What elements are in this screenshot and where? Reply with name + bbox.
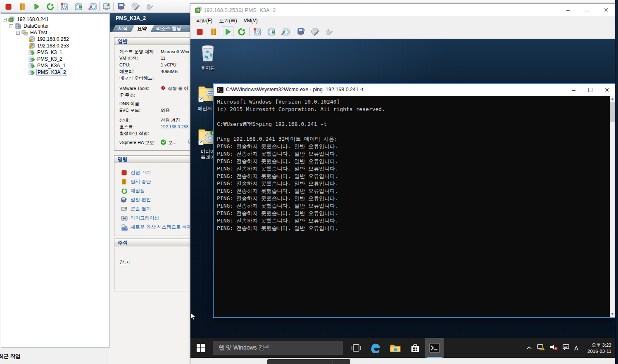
taskbar-search-box[interactable]: 웹 및 Windows 검색 bbox=[213, 341, 343, 355]
menu-vm[interactable]: VM(V) bbox=[240, 18, 261, 24]
edit-settings-button[interactable] bbox=[116, 1, 127, 12]
reset-button[interactable] bbox=[236, 26, 247, 37]
host-link[interactable]: 192.168.0.253 bbox=[161, 124, 188, 129]
vm-powered-on-icon bbox=[29, 56, 35, 62]
snapshot-revert-button[interactable] bbox=[73, 1, 84, 12]
action-center-icon[interactable] bbox=[562, 344, 570, 352]
snapshot-revert-button[interactable] bbox=[266, 26, 277, 37]
general-row: VM 버전:11 bbox=[119, 55, 165, 61]
cd-drive-button[interactable] bbox=[130, 1, 141, 12]
tree-item-label[interactable]: 192.168.0.252 bbox=[36, 36, 70, 42]
desktop-icon-recycle-bin[interactable]: 휴지통 bbox=[193, 43, 223, 71]
menu-view[interactable]: 보기(W) bbox=[216, 17, 240, 24]
stop-button[interactable] bbox=[194, 26, 205, 37]
command-reset[interactable]: 재설정 bbox=[121, 187, 145, 194]
cmd-minimize-button[interactable]: – bbox=[566, 84, 582, 96]
system-tray: A bbox=[526, 338, 578, 358]
pause-button[interactable] bbox=[17, 1, 28, 12]
tree-item-vm-pms-k3a-2[interactable]: PMS_K3A_2 bbox=[29, 69, 67, 76]
command-edit-settings[interactable]: 설정 편집 bbox=[121, 196, 151, 203]
cmd-window[interactable]: C:₩Windows₩system32₩cmd.exe - ping 192.1… bbox=[213, 83, 615, 318]
tree-item-host-252[interactable]: 192.168.0.252 bbox=[29, 36, 70, 43]
reset-button[interactable] bbox=[45, 1, 56, 12]
task-view-icon bbox=[351, 343, 361, 352]
snapshot-take-button[interactable] bbox=[252, 26, 263, 37]
console-close-button[interactable]: ✕ bbox=[597, 4, 615, 16]
cd-drive-button[interactable] bbox=[309, 26, 321, 37]
tree-item-vm-pms-k3-1[interactable]: PMS_K3_1 bbox=[29, 49, 63, 56]
edit-settings-button[interactable] bbox=[295, 26, 307, 37]
cmd-titlebar[interactable]: C:₩Windows₩system32₩cmd.exe - ping 192.1… bbox=[214, 84, 615, 96]
usb-device-button[interactable] bbox=[323, 26, 335, 37]
file-explorer-button[interactable] bbox=[385, 338, 405, 358]
menu-file[interactable]: 파일(F) bbox=[193, 17, 216, 24]
host-warning-icon bbox=[29, 43, 35, 49]
cmd-line: (c) 2015 Microsoft Corporation. All righ… bbox=[217, 106, 610, 113]
command-open-console[interactable]: 콘솔 열기 bbox=[121, 205, 151, 213]
toolbar-separator bbox=[249, 27, 250, 36]
cmd-taskbar-button[interactable] bbox=[425, 338, 444, 358]
tree-item-label[interactable]: PMS_K3_2 bbox=[36, 56, 63, 62]
play-button[interactable] bbox=[31, 1, 42, 12]
cmd-maximize-button[interactable]: ☐ bbox=[582, 84, 599, 96]
tree-item-label[interactable]: PMS_K3_1 bbox=[36, 50, 63, 55]
collapse-icon[interactable]: − bbox=[16, 31, 20, 35]
tree-item-label-selected[interactable]: PMS_K3A_2 bbox=[36, 69, 67, 76]
collapse-icon[interactable]: − bbox=[10, 24, 13, 28]
tab-resource-allocation[interactable]: 리소스 할당 bbox=[150, 25, 193, 32]
usb-device-button[interactable] bbox=[144, 1, 155, 12]
tree-item-label[interactable]: 192.168.0.253 bbox=[36, 43, 70, 49]
console-titlebar[interactable]: 192.168.0.253의 PMS_K3A_2 – ☐ ✕ bbox=[190, 4, 615, 16]
ime-indicator[interactable]: A bbox=[574, 345, 578, 352]
vm-screen[interactable]: 휴지통 메신저 선 미디어 플레이 C:₩Windows₩system32₩cm… bbox=[190, 39, 615, 358]
scroll-down-arrow[interactable]: ▼ bbox=[610, 311, 615, 317]
tree-item-host-253[interactable]: 192.168.0.253 bbox=[29, 43, 70, 49]
tree-item-vcenter[interactable]: − 192.168.0.241 bbox=[3, 16, 50, 23]
start-button[interactable] bbox=[190, 338, 211, 358]
open-console-button[interactable] bbox=[101, 1, 112, 12]
console-minimize-button[interactable]: – bbox=[559, 4, 577, 16]
tree-item-vm-pms-k3-2[interactable]: PMS_K3_2 bbox=[29, 56, 63, 62]
command-power-off[interactable]: 전원 끄기 bbox=[121, 169, 151, 176]
edge-button[interactable] bbox=[366, 338, 385, 358]
collapse-icon[interactable]: − bbox=[3, 18, 7, 21]
tray-chevron-icon[interactable] bbox=[526, 344, 532, 352]
tree-item-label[interactable]: HA Test bbox=[29, 30, 48, 35]
pause-button[interactable] bbox=[208, 26, 219, 37]
guest-taskbar: 웹 및 Windows 검색 A bbox=[190, 338, 615, 358]
store-button[interactable] bbox=[405, 338, 425, 358]
cmd-icon bbox=[217, 87, 223, 95]
network-warning-icon[interactable] bbox=[537, 344, 545, 352]
cmd-scrollbar[interactable]: ▲ ▼ bbox=[610, 96, 615, 317]
tree-item-label[interactable]: PMS_K3A_1 bbox=[36, 63, 67, 69]
cmd-ping-header: Ping 192.168.0.241 32바이트 데이터 사용: bbox=[217, 135, 610, 143]
general-row-ha-protection: vSphere HA 보호: 보... bbox=[119, 139, 193, 146]
tree-item-cluster[interactable]: − HA Test bbox=[16, 29, 48, 36]
tree-item-datacenter[interactable]: − DataCenter bbox=[10, 23, 50, 29]
play-button-active[interactable] bbox=[222, 26, 233, 37]
task-view-button[interactable] bbox=[347, 338, 366, 358]
tree-item-label[interactable]: DataCenter bbox=[23, 23, 50, 29]
snapshot-manager-button[interactable] bbox=[87, 1, 98, 12]
stop-button[interactable] bbox=[2, 1, 14, 12]
command-suspend[interactable]: 일시 중단 bbox=[121, 178, 151, 185]
console-maximize-button[interactable]: ☐ bbox=[578, 4, 596, 16]
migrate-icon bbox=[121, 215, 128, 221]
command-migrate[interactable]: 마이그레이션 bbox=[121, 214, 159, 222]
scroll-up-arrow[interactable]: ▲ bbox=[610, 96, 615, 102]
cmd-close-button[interactable]: ✕ bbox=[599, 84, 615, 96]
command-clone[interactable]: 새로운 가상 시스템으로 복제 bbox=[121, 223, 192, 231]
toolbar-separator bbox=[99, 2, 100, 11]
volume-muted-icon[interactable] bbox=[549, 344, 558, 352]
scrollbar-thumb[interactable] bbox=[610, 102, 615, 122]
snapshot-take-button[interactable] bbox=[59, 1, 70, 12]
cmd-ping-error: PING: 전송하지 못했습니다. 일반 오류입니다. bbox=[217, 210, 610, 217]
snapshot-manager-button[interactable] bbox=[280, 26, 291, 37]
tree-item-vm-pms-k3a-1[interactable]: PMS_K3A_1 bbox=[29, 62, 67, 69]
tab-summary[interactable]: 요약 bbox=[131, 25, 154, 32]
cmd-output[interactable]: Microsoft Windows [Version 10.0.10240] (… bbox=[214, 96, 610, 317]
tree-item-label[interactable]: 192.168.0.241 bbox=[16, 17, 50, 22]
vm-powered-on-icon bbox=[29, 50, 35, 55]
cmd-line bbox=[217, 113, 610, 121]
taskbar-clock[interactable]: 오후 3:23 2016-03-11 bbox=[580, 338, 611, 358]
